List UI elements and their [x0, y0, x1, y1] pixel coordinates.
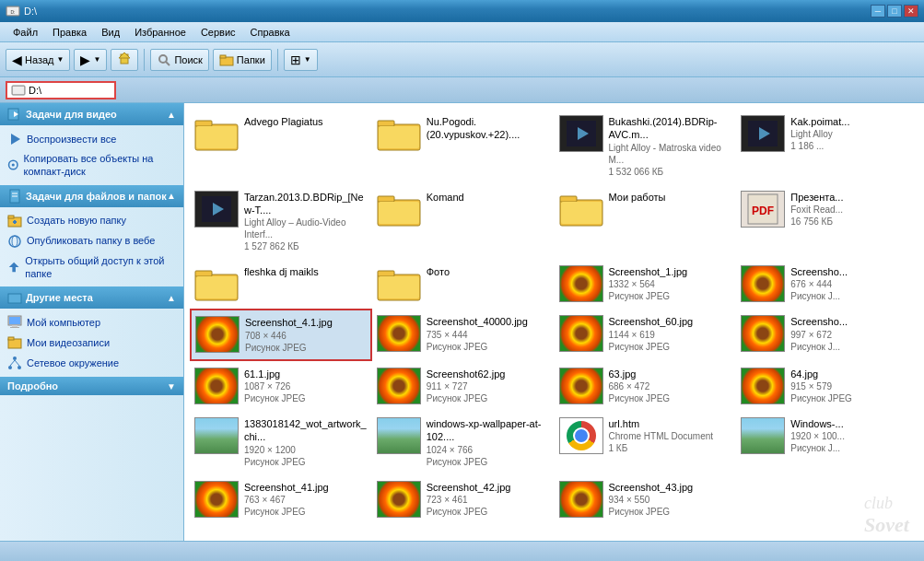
file-item[interactable]: PDF Презента... Foxit Read...16 756 КБ: [736, 184, 918, 260]
file-meta-line: Рисунок J...: [790, 290, 914, 302]
file-item[interactable]: Advego Plagiatus: [190, 109, 372, 184]
file-item[interactable]: Tarzan.2013.D.BDRip_[New-T.... Light All…: [190, 184, 372, 260]
file-item[interactable]: Nu.Pogodi.(20.vypuskov.+22)....: [372, 109, 555, 184]
svg-rect-41: [378, 121, 394, 126]
sidebar-item-new-folder[interactable]: Создать новую папку: [0, 211, 183, 231]
search-button[interactable]: Поиск: [150, 49, 208, 71]
file-info: Windows-... 1920 × 100...Рисунок J...: [790, 417, 914, 454]
file-name: Презента...: [790, 191, 914, 204]
file-item[interactable]: Screenshot_41.jpg 763 × 467Рисунок JPEG: [190, 474, 372, 524]
file-item[interactable]: fleshka dj maikls: [190, 259, 372, 309]
video-section-icon: [7, 107, 22, 122]
file-meta: 676 × 444Рисунок J...: [790, 278, 914, 302]
file-item[interactable]: Screenshot_43.jpg 934 × 550Рисунок JPEG: [555, 474, 737, 524]
file-name: Advego Plagiatus: [244, 115, 368, 128]
sidebar-item-play-all[interactable]: Воспроизвести все: [0, 129, 183, 149]
search-label: Поиск: [174, 54, 202, 65]
sidebar-item-network[interactable]: Сетевое окружение: [0, 353, 183, 373]
file-item[interactable]: 63.jpg 686 × 472Рисунок JPEG: [555, 361, 737, 411]
maximize-button[interactable]: □: [887, 5, 902, 18]
sidebar-item-copy-cd[interactable]: Копировать все объекты на компакт-диск: [0, 149, 183, 181]
file-name: Windows-...: [790, 417, 914, 430]
file-meta: 934 × 550Рисунок JPEG: [609, 494, 732, 518]
file-item[interactable]: Screensho... 676 × 444Рисунок J...: [736, 259, 918, 309]
menu-view[interactable]: Вид: [94, 25, 127, 40]
svg-rect-31: [8, 337, 14, 340]
other-section-content: Мой компьютер Мои видеозаписи Сетевое ок…: [0, 309, 183, 377]
file-info: url.htm Chrome HTML Document1 КБ: [609, 417, 732, 454]
file-item[interactable]: Screenshot_1.jpg 1332 × 564Рисунок JPEG: [555, 259, 737, 309]
file-item[interactable]: windows-xp-wallpaper-at-102.... 1024 × 7…: [372, 411, 555, 474]
section-header-details[interactable]: Подробно ▼: [0, 377, 183, 395]
file-item[interactable]: 64.jpg 915 × 579Рисунок JPEG: [736, 361, 918, 411]
folder-thumb-icon: [377, 191, 421, 228]
file-item[interactable]: Kak.poimat... Light Alloy1 186 ...: [736, 109, 918, 184]
up-button[interactable]: [111, 49, 138, 71]
file-meta: Chrome HTML Document1 КБ: [609, 430, 732, 454]
views-button[interactable]: ⊞ ▼: [284, 49, 318, 71]
file-name: fleshka dj maikls: [244, 265, 368, 278]
section-header-other[interactable]: Другие места ▲: [0, 286, 183, 309]
close-button[interactable]: ✕: [904, 5, 918, 18]
menu-favorites[interactable]: Избранное: [127, 25, 193, 40]
sidebar-item-my-videos[interactable]: Мои видеозаписи: [0, 333, 183, 353]
wallpaper-thumb: [194, 417, 239, 454]
section-header-video[interactable]: Задачи для видео ▲: [0, 103, 183, 125]
image-thumb: [377, 481, 421, 518]
other-section-label: Другие места: [26, 292, 93, 303]
svg-rect-20: [8, 216, 14, 218]
file-meta: 1920 × 100...Рисунок J...: [790, 430, 914, 454]
back-dropdown-icon: ▼: [57, 55, 64, 64]
cd-icon: [7, 158, 19, 172]
file-item[interactable]: Screensho... 997 × 672Рисунок J...: [736, 309, 918, 360]
file-name: 61.1.jpg: [244, 368, 368, 380]
file-info: Advego Plagiatus: [244, 115, 368, 128]
sidebar-item-share[interactable]: Открыть общий доступ к этой папке: [0, 251, 183, 284]
file-meta: 911 × 727Рисунок JPEG: [427, 380, 550, 404]
main-layout: Задачи для видео ▲ Воспроизвести все Коп…: [0, 103, 924, 541]
sidebar-item-my-computer[interactable]: Мой компьютер: [0, 312, 183, 333]
file-item[interactable]: 1383018142_wot_artwork_chi... 1920 × 120…: [190, 411, 372, 474]
sidebar-item-publish-web[interactable]: Опубликовать папку в вебе: [0, 231, 183, 251]
file-item[interactable]: Screenshot_42.jpg 723 × 461Рисунок JPEG: [372, 474, 555, 524]
menu-file[interactable]: Файл: [6, 25, 45, 40]
file-info: fleshka dj maikls: [244, 265, 368, 278]
image-thumb: [377, 368, 421, 404]
folders-button[interactable]: Папки: [213, 49, 272, 71]
file-item[interactable]: Screenshot_40000.jpg 735 × 444Рисунок JP…: [372, 309, 555, 360]
file-info: Nu.Pogodi.(20.vypuskov.+22)....: [427, 115, 550, 142]
file-meta-line: 1087 × 726: [244, 380, 368, 392]
file-item[interactable]: 61.1.jpg 1087 × 726Рисунок JPEG: [190, 361, 372, 411]
svg-rect-50: [378, 196, 394, 202]
forward-button[interactable]: ▶ ▼: [74, 49, 107, 71]
file-meta-line: Рисунок JPEG: [245, 342, 367, 354]
file-name: Фото: [427, 265, 550, 278]
file-name: Screenshot62.jpg: [427, 368, 550, 380]
address-drive-icon: [11, 85, 26, 96]
file-item[interactable]: Screenshot62.jpg 911 × 727Рисунок JPEG: [372, 361, 555, 411]
file-item[interactable]: url.htm Chrome HTML Document1 КБ: [555, 411, 737, 474]
file-meta: 1087 × 726Рисунок JPEG: [244, 380, 368, 404]
file-meta-line: 1144 × 619: [609, 329, 732, 341]
minimize-button[interactable]: ─: [871, 5, 885, 18]
menu-edit[interactable]: Правка: [45, 25, 94, 40]
back-button[interactable]: ◀ Назад ▼: [6, 49, 70, 71]
menu-tools[interactable]: Сервис: [193, 25, 243, 40]
file-item[interactable]: Screenshot_4.1.jpg 708 × 446Рисунок JPEG: [190, 309, 372, 360]
file-meta-line: Light Alloy: [790, 128, 914, 140]
file-item[interactable]: Bukashki.(2014).BDRip-AVC.m... Light All…: [555, 109, 737, 184]
file-item[interactable]: Мои работы: [555, 184, 737, 260]
folder-thumb-icon: [377, 265, 421, 302]
file-item[interactable]: Фото: [372, 259, 555, 309]
file-item[interactable]: Windows-... 1920 × 100...Рисунок J...: [736, 411, 918, 474]
file-name: Bukashki.(2014).BDRip-AVC.m...: [609, 115, 732, 142]
address-input[interactable]: D:\: [6, 81, 116, 99]
menu-help[interactable]: Справка: [243, 25, 298, 40]
svg-rect-10: [13, 87, 24, 94]
forward-dropdown-icon: ▼: [93, 55, 100, 64]
file-meta-line: Рисунок JPEG: [427, 506, 550, 518]
section-header-files[interactable]: Задачи для файлов и папок ▲: [0, 185, 183, 207]
file-meta-line: Рисунок J...: [790, 442, 914, 454]
file-item[interactable]: Komand: [372, 184, 555, 260]
file-item[interactable]: Screenshot_60.jpg 1144 × 619Рисунок JPEG: [555, 309, 737, 360]
